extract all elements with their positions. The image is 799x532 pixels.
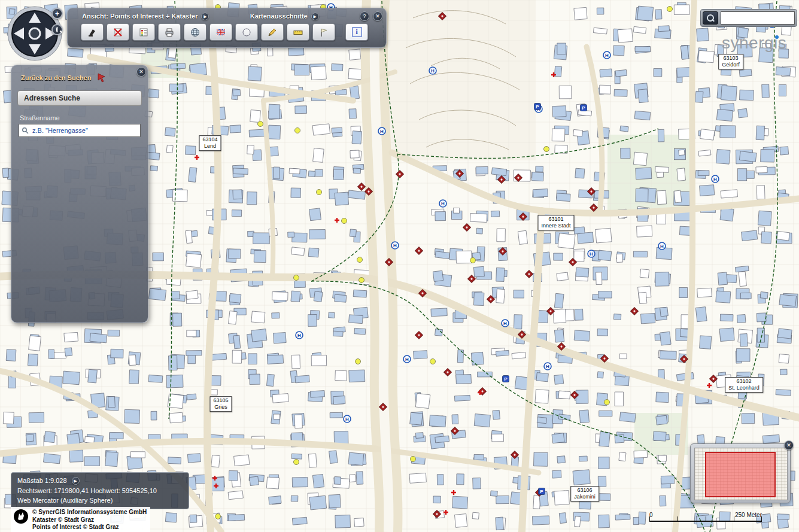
stop-marker[interactable] — [430, 359, 436, 364]
stop-marker[interactable] — [544, 147, 549, 152]
stop-marker[interactable] — [359, 278, 364, 283]
parking-marker[interactable]: P — [539, 488, 545, 495]
scale-bar: 0 250 Meter — [649, 512, 762, 522]
transit-stop-marker[interactable]: H — [603, 51, 610, 59]
address-search-title[interactable]: Adressen Suche — [17, 90, 142, 106]
svg-text:P: P — [540, 489, 543, 494]
sections-expand-button[interactable]: ▶ — [311, 13, 319, 20]
view-expand-button[interactable]: ▶ — [201, 13, 209, 20]
district-label: 63105Gries — [209, 396, 232, 412]
parking-marker[interactable]: P — [581, 105, 587, 111]
street-name-input[interactable] — [31, 126, 138, 135]
uk-flag-icon — [216, 28, 226, 37]
stop-marker[interactable] — [215, 514, 221, 519]
svg-text:P: P — [582, 105, 585, 111]
copyright-line: © SynerGIS Informationssysteme GmbH — [32, 509, 147, 516]
stop-marker[interactable] — [294, 275, 299, 281]
stop-marker[interactable] — [356, 359, 361, 364]
scale-expand-button[interactable]: ▶ — [72, 477, 80, 485]
svg-text:H: H — [605, 53, 609, 58]
print-icon — [165, 28, 174, 37]
scalebar-line — [649, 518, 762, 522]
svg-text:H: H — [345, 417, 349, 422]
stadt-graz-logo — [13, 509, 29, 524]
zoom-box-button[interactable] — [51, 24, 63, 35]
transit-stop-marker[interactable]: H — [296, 332, 303, 339]
synergis-logo: synergis — [722, 34, 786, 53]
svg-text:H: H — [393, 243, 397, 248]
overview-map[interactable] — [694, 448, 788, 500]
stop-marker[interactable] — [258, 121, 263, 127]
svg-text:H: H — [503, 321, 507, 326]
copyright-line: Points of Interest © Stadt Graz — [32, 524, 147, 531]
transit-stop-marker[interactable]: H — [391, 242, 399, 249]
clear-redlining-icon — [113, 28, 123, 37]
back-to-searches-link[interactable]: Zurück zu den Suchen — [21, 74, 91, 81]
district-label: 63102St. Leonhard — [725, 377, 763, 393]
stop-marker[interactable] — [411, 457, 416, 462]
transit-stop-marker[interactable]: H — [502, 320, 509, 327]
overview-extent-rectangle[interactable] — [705, 452, 776, 497]
stop-marker[interactable] — [295, 128, 300, 133]
clear-redlining-tool-button[interactable] — [107, 23, 129, 41]
view-label: Ansicht: Points of Interest + Kataster — [82, 13, 198, 20]
transit-stop-marker[interactable]: H — [439, 200, 446, 207]
map-sections-label: Kartenausschnitte — [250, 13, 308, 20]
help-button[interactable]: ? — [360, 11, 369, 21]
parking-marker[interactable]: P — [534, 104, 541, 110]
street-input-icon — [22, 127, 29, 134]
legend-icon — [139, 28, 148, 37]
transit-stop-marker[interactable]: H — [403, 355, 411, 363]
district-label: 63103Geidorf — [718, 54, 743, 69]
copyright-line: Kataster © Stadt Graz — [32, 516, 147, 524]
street-name-label: Straßenname — [20, 114, 139, 121]
projection-label: Web Mercator (Auxiliary Sphere) — [17, 495, 183, 506]
parking-marker[interactable]: P — [503, 376, 509, 382]
flag-tool-button[interactable] — [312, 23, 335, 41]
svg-text:P: P — [536, 104, 539, 110]
svg-text:H: H — [380, 129, 384, 134]
stop-marker[interactable] — [604, 400, 610, 405]
print-tool-button[interactable] — [158, 23, 181, 41]
quick-search-input[interactable] — [721, 11, 795, 25]
status-panel: Maßstab 1:9.028 ▶ Rechtswert: 1719800,41… — [11, 472, 189, 509]
zoom-in-button[interactable]: + — [51, 8, 63, 19]
measure-tool-button[interactable] — [287, 23, 309, 41]
svg-text:H: H — [590, 251, 593, 257]
circle-select-icon — [242, 28, 251, 37]
transit-stop-marker[interactable]: H — [588, 250, 595, 257]
stop-marker[interactable] — [667, 7, 673, 12]
address-search-panel: ✕ Zurück zu den Suchen Adressen Suche St… — [11, 65, 148, 323]
toolbar-close-button[interactable]: ✕ — [373, 11, 382, 21]
quick-search-button[interactable] — [703, 11, 718, 25]
svg-text:H: H — [660, 244, 664, 249]
stop-marker[interactable] — [342, 218, 347, 224]
panel-close-button[interactable]: ✕ — [136, 67, 146, 77]
svg-text:H: H — [405, 357, 409, 362]
select-circle-tool-button[interactable] — [235, 23, 258, 41]
stop-marker[interactable] — [317, 190, 322, 195]
stop-marker[interactable] — [357, 257, 363, 263]
ruler-icon — [293, 28, 303, 37]
transit-stop-marker[interactable]: H — [658, 242, 666, 250]
transit-stop-marker[interactable]: H — [712, 175, 719, 183]
overview-close-button[interactable]: ✕ — [784, 440, 794, 450]
legend-tool-button[interactable] — [132, 23, 155, 41]
redlining-tool-button[interactable] — [81, 23, 104, 41]
transit-stop-marker[interactable]: H — [544, 363, 551, 370]
draw-line-tool-button[interactable] — [261, 23, 284, 41]
globe-tool-button[interactable] — [184, 23, 206, 41]
scale-label: Maßstab 1:9.028 — [17, 476, 67, 486]
district-label: 63106Jakomini — [570, 486, 599, 501]
stop-marker[interactable] — [294, 460, 299, 465]
transit-stop-marker[interactable]: H — [344, 415, 351, 422]
cursor-icon — [97, 73, 107, 83]
language-flag-tool-button[interactable] — [209, 23, 232, 41]
logo-accent-dot — [775, 35, 779, 39]
map-application: HHHHHHHHHHHHHHHHPPPP 63101Innere Stadt63… — [0, 0, 799, 532]
transit-stop-marker[interactable]: H — [429, 67, 436, 74]
info-tool-button[interactable]: i — [345, 23, 368, 41]
transit-stop-marker[interactable]: H — [378, 127, 385, 135]
copyright-block: © SynerGIS Informationssysteme GmbH Kata… — [11, 507, 150, 532]
stop-marker[interactable] — [470, 258, 476, 263]
